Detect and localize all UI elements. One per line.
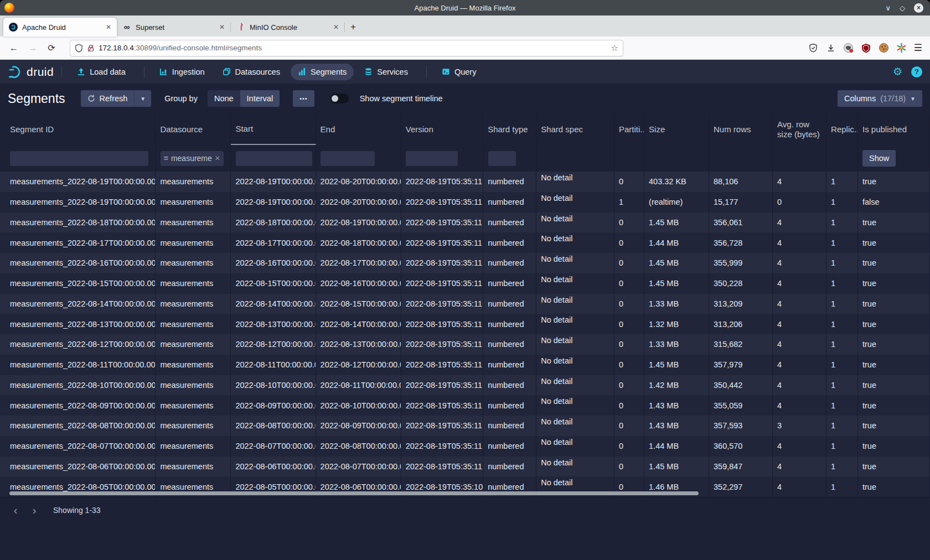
table-row[interactable]: measurements_2022-08-11T00:00:00.000Z...… [0, 355, 930, 375]
shard-type-filter-input[interactable] [488, 151, 516, 166]
segment-id-filter-input[interactable] [10, 151, 148, 166]
group-by-none-button[interactable]: None [208, 90, 240, 107]
refresh-button[interactable]: Refresh [81, 90, 135, 107]
cell-id[interactable]: measurements_2022-08-11T00:00:00.000Z... [0, 355, 156, 375]
table-row[interactable]: measurements_2022-08-06T00:00:00.000Z...… [0, 457, 930, 477]
cell-id[interactable]: measurements_2022-08-10T00:00:00.000Z... [0, 375, 156, 396]
cell-avg: 4 [773, 395, 826, 416]
end-filter-input[interactable] [321, 151, 375, 166]
cell-id[interactable]: measurements_2022-08-09T00:00:00.000Z... [0, 395, 156, 416]
nav-datasources[interactable]: Datasources [215, 64, 287, 80]
tab-close-icon[interactable]: ✕ [106, 23, 111, 31]
tab-minio-console[interactable]: MinIO Console ✕ [231, 18, 344, 37]
cell-id[interactable]: measurements_2022-08-16T00:00:00.000Z... [0, 253, 156, 273]
colorful-asterisk-extension-icon[interactable] [896, 43, 907, 54]
protections-shield-icon[interactable] [808, 43, 819, 54]
cell-shard-type: numbered [483, 253, 536, 273]
tab-superset[interactable]: ∞ Superset ✕ [117, 18, 230, 37]
help-icon[interactable]: ? [911, 66, 922, 77]
col-header-version[interactable]: Version [401, 113, 483, 145]
tab-close-icon[interactable]: ✕ [219, 23, 225, 31]
nav-ingestion[interactable]: Ingestion [152, 64, 212, 80]
close-icon[interactable]: × [914, 3, 923, 13]
col-header-end[interactable]: End [316, 113, 401, 145]
cell-id[interactable]: measurements_2022-08-15T00:00:00.000Z... [0, 273, 156, 294]
col-header-is-published[interactable]: Is published [858, 113, 930, 145]
is-published-show-button[interactable]: Show [862, 150, 896, 167]
downloads-icon[interactable] [825, 43, 836, 54]
cell-id[interactable]: measurements_2022-08-17T00:00:00.000Z... [0, 232, 156, 253]
new-tab-button[interactable]: + [345, 19, 361, 35]
ublock-origin-icon[interactable] [861, 43, 872, 54]
datasource-filter-tag[interactable]: = measureme ✕ [161, 151, 224, 166]
extension-mask-icon[interactable] [843, 43, 854, 54]
prev-page-icon[interactable]: ‹ [8, 502, 23, 518]
druid-logo[interactable]: druid [8, 65, 54, 79]
table-row[interactable]: measurements_2022-08-08T00:00:00.000Z...… [0, 416, 930, 436]
table-row[interactable]: measurements_2022-08-14T00:00:00.000Z...… [0, 294, 930, 314]
tab-close-icon[interactable]: ✕ [333, 23, 339, 31]
table-row[interactable]: measurements_2022-08-16T00:00:00.000Z...… [0, 253, 930, 273]
col-header-shard-type[interactable]: Shard type [483, 113, 536, 145]
horizontal-scrollbar[interactable] [9, 491, 699, 495]
cell-id[interactable]: measurements_2022-08-06T00:00:00.000Z... [0, 457, 156, 477]
nav-query[interactable]: Query [435, 64, 484, 80]
druid-wordmark: druid [27, 65, 54, 79]
col-header-segment-id[interactable]: Segment ID [0, 113, 156, 145]
segment-timeline-toggle[interactable] [330, 94, 349, 103]
back-icon[interactable]: ← [6, 40, 22, 56]
table-row[interactable]: measurements_2022-08-13T00:00:00.000Z...… [0, 314, 930, 334]
table-row[interactable]: measurements_2022-08-07T00:00:00.000Z...… [0, 436, 930, 457]
cell-id[interactable]: measurements_2022-08-18T00:00:00.000Z... [0, 212, 156, 233]
table-row[interactable]: measurements_2022-08-12T00:00:00.000Z...… [0, 334, 930, 355]
cell-id[interactable]: measurements_2022-08-19T00:00:00.000Z... [0, 192, 156, 212]
cell-id[interactable]: measurements_2022-08-14T00:00:00.000Z... [0, 294, 156, 314]
col-header-replication[interactable]: Replic... [826, 113, 858, 145]
remove-filter-icon[interactable]: ✕ [215, 154, 220, 162]
col-header-start[interactable]: Start [231, 113, 316, 145]
table-row[interactable]: measurements_2022-08-19T00:00:00.000Z...… [0, 192, 930, 212]
version-filter-input[interactable] [406, 151, 458, 166]
table-row[interactable]: measurements_2022-08-17T00:00:00.000Z...… [0, 232, 930, 253]
table-row[interactable]: measurements_2022-08-19T00:00:00.000Z...… [0, 172, 930, 192]
start-filter-input[interactable] [236, 151, 312, 166]
refresh-dropdown-button[interactable]: ▼ [135, 90, 151, 107]
nav-services[interactable]: Services [357, 64, 415, 80]
table-row[interactable]: measurements_2022-08-10T00:00:00.000Z...… [0, 375, 930, 396]
cell-id[interactable]: measurements_2022-08-12T00:00:00.000Z... [0, 334, 156, 355]
col-header-avg-row-size[interactable]: Avg. row size (bytes) [773, 113, 826, 145]
reload-icon[interactable]: ⟳ [43, 40, 60, 56]
cell-id[interactable]: measurements_2022-08-08T00:00:00.000Z... [0, 416, 156, 436]
nav-segments[interactable]: Segments [291, 64, 354, 80]
settings-gear-icon[interactable]: ⚙ [893, 65, 902, 78]
url-text[interactable]: 172.18.0.4:30899/unified-console.html#se… [99, 44, 607, 52]
next-page-icon[interactable]: › [27, 502, 42, 518]
col-header-shard-spec[interactable]: Shard spec [536, 113, 614, 145]
bookmark-star-icon[interactable]: ☆ [611, 43, 618, 53]
col-header-partition[interactable]: Partiti... [614, 113, 644, 145]
table-row[interactable]: measurements_2022-08-18T00:00:00.000Z...… [0, 212, 930, 233]
table-row[interactable]: measurements_2022-08-15T00:00:00.000Z...… [0, 273, 930, 294]
col-header-size[interactable]: Size [644, 113, 709, 145]
cell-id[interactable]: measurements_2022-08-07T00:00:00.000Z... [0, 436, 156, 457]
table-row[interactable]: measurements_2022-08-09T00:00:00.000Z...… [0, 395, 930, 416]
cookie-extension-icon[interactable] [879, 43, 890, 54]
more-options-button[interactable]: ••• [293, 90, 314, 107]
lock-insecure-icon[interactable] [87, 44, 95, 53]
menu-icon[interactable]: ☰ [914, 42, 922, 54]
forward-icon[interactable]: → [24, 40, 41, 56]
cell-id[interactable]: measurements_2022-08-13T00:00:00.000Z... [0, 314, 156, 334]
cell-repl: 1 [826, 273, 858, 294]
group-by-interval-button[interactable]: Interval [240, 90, 280, 107]
col-header-num-rows[interactable]: Num rows [709, 113, 773, 145]
columns-button[interactable]: Columns (17/18) ▼ [838, 90, 922, 107]
nav-load-data[interactable]: Load data [70, 64, 133, 80]
cell-id[interactable]: measurements_2022-08-19T00:00:00.000Z... [0, 172, 156, 192]
col-header-datasource[interactable]: Datasource [156, 113, 231, 145]
minimize-icon[interactable]: ∨ [885, 4, 891, 12]
url-bar[interactable]: 172.18.0.4:30899/unified-console.html#se… [70, 40, 623, 56]
shield-permissions-icon[interactable] [75, 44, 83, 53]
cell-version: 2022-08-19T05:35:11.2... [401, 375, 483, 396]
maximize-icon[interactable]: ◇ [900, 4, 905, 12]
tab-apache-druid[interactable]: Ɔ Apache Druid ✕ [3, 18, 117, 37]
